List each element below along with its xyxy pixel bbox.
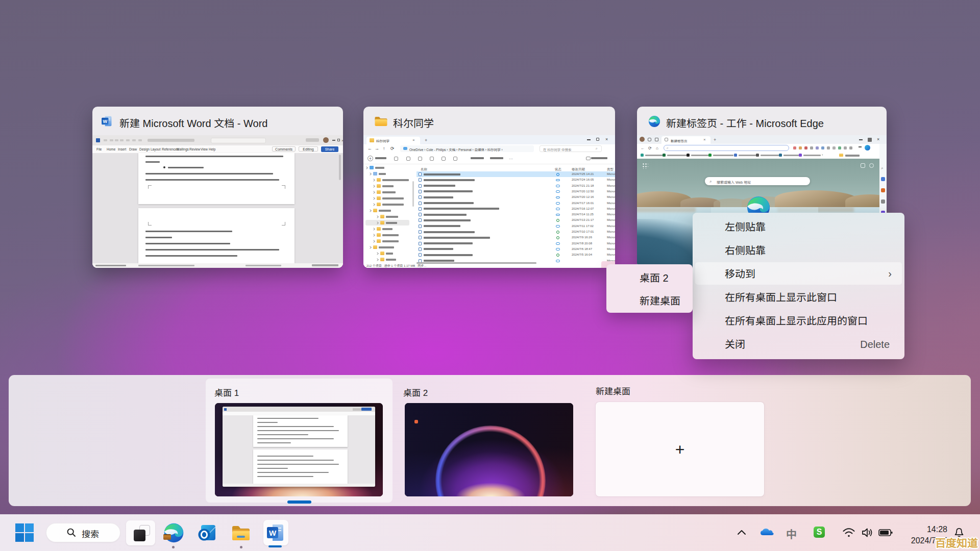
svg-text:W: W [103,119,107,124]
svg-text:W: W [269,529,277,537]
